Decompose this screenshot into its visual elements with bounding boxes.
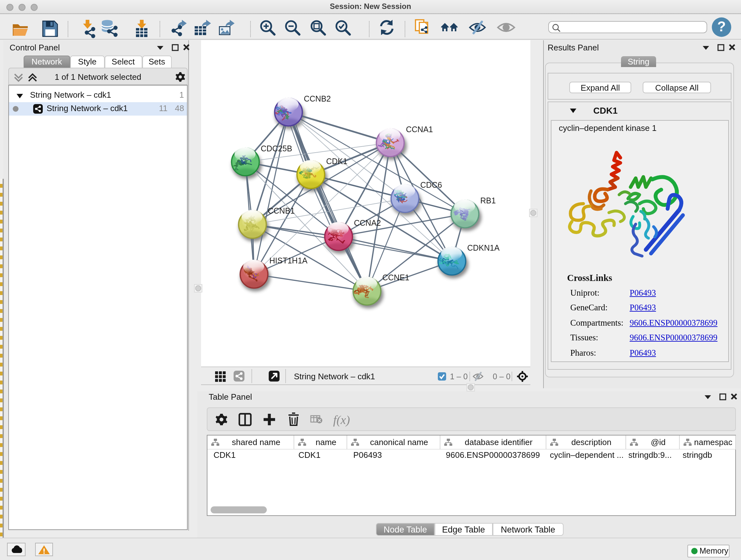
svg-text:CCNA1: CCNA1 bbox=[406, 125, 433, 133]
svg-text:CDC6: CDC6 bbox=[420, 180, 442, 189]
svg-text:0 – 0: 0 – 0 bbox=[492, 372, 510, 381]
svg-text:CDC25B: CDC25B bbox=[260, 144, 292, 152]
svg-text:CCNE1: CCNE1 bbox=[382, 273, 409, 282]
svg-text:?: ? bbox=[717, 18, 726, 34]
svg-text:CCNB2: CCNB2 bbox=[304, 94, 331, 103]
svg-text:CDKN1A: CDKN1A bbox=[467, 243, 499, 252]
svg-text:CCNB1: CCNB1 bbox=[267, 206, 294, 215]
svg-text:HIST1H1A: HIST1H1A bbox=[269, 256, 307, 265]
svg-text:RB1: RB1 bbox=[480, 196, 495, 205]
svg-text:CCNA2: CCNA2 bbox=[354, 218, 381, 227]
svg-text:1 – 0: 1 – 0 bbox=[450, 372, 468, 381]
svg-text:CDK1: CDK1 bbox=[326, 157, 347, 165]
svg-text:f(x): f(x) bbox=[333, 413, 350, 427]
